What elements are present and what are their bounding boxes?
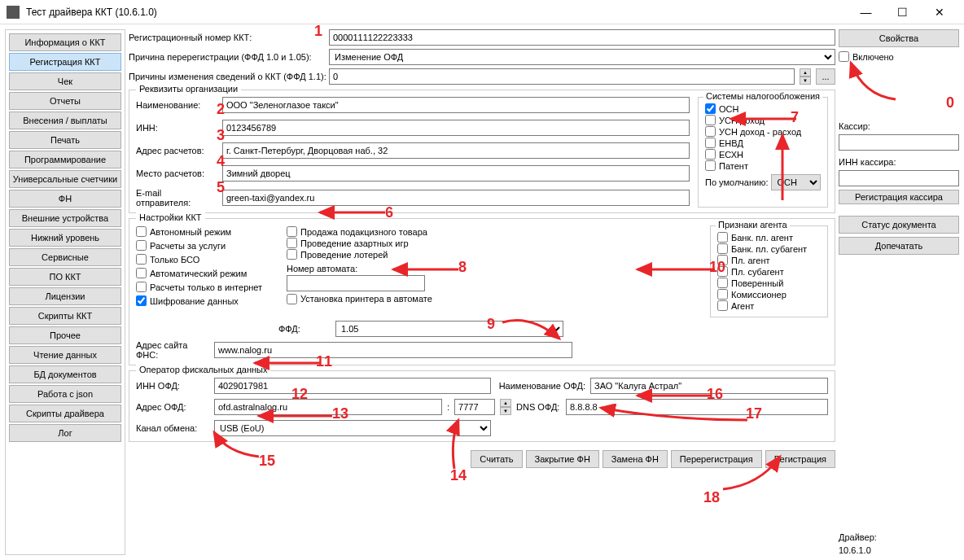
nav-item-2[interactable]: Чек: [9, 72, 121, 90]
ofd-addr-input[interactable]: [214, 399, 442, 415]
rereg-reason-select[interactable]: Изменение ОФД: [329, 49, 835, 65]
change-reasons-spinner[interactable]: ▲▼: [800, 68, 811, 85]
reg-cashier-button[interactable]: Регистрация кассира: [839, 190, 959, 204]
nav-item-14[interactable]: Скрипты ККТ: [9, 307, 121, 325]
nav-item-7[interactable]: Универсальные счетчики: [9, 170, 121, 188]
kkt1-cb-0[interactable]: [136, 226, 147, 237]
nav-item-0[interactable]: Информация о ККТ: [9, 33, 121, 51]
nav-item-19[interactable]: Скрипты драйвера: [9, 405, 121, 422]
enabled-checkbox[interactable]: [839, 51, 849, 62]
org-place-label: Место расчетов:: [136, 168, 217, 178]
kkt1-lbl-4: Расчеты только в интернет: [150, 282, 262, 292]
tax-cb-0[interactable]: [705, 103, 716, 114]
kkt1-cb-1[interactable]: [136, 240, 147, 251]
ofd-channel-select[interactable]: USB (EoU): [214, 420, 491, 436]
ofd-name-input[interactable]: [590, 378, 828, 394]
tax-cb-5[interactable]: [705, 160, 716, 171]
window-title: Тест драйвера ККТ (10.6.1.0): [26, 7, 848, 18]
enabled-label: Включено: [852, 52, 894, 62]
ffd-select[interactable]: 1.05: [335, 321, 563, 337]
agent-cb-4[interactable]: [717, 278, 728, 288]
agent-cb-3[interactable]: [717, 266, 728, 277]
ofd-port-spinner[interactable]: ▲▼: [500, 399, 511, 415]
props-button[interactable]: Свойства: [839, 29, 959, 47]
read-button[interactable]: Считать: [471, 450, 522, 468]
nav-item-1[interactable]: Регистрация ККТ: [9, 53, 121, 71]
org-name-label: Наименование:: [136, 100, 217, 110]
rereg-button[interactable]: Перерегистрация: [671, 450, 762, 468]
replace-fn-button[interactable]: Замена ФН: [602, 450, 668, 468]
ofd-port-input[interactable]: [454, 399, 495, 415]
nav-item-18[interactable]: Работа с json: [9, 385, 121, 403]
tax-cb-2[interactable]: [705, 126, 716, 137]
tax-box: Системы налогообложения ОСНУСН доходУСН …: [698, 97, 828, 208]
org-addr-label: Адрес расчетов:: [136, 146, 217, 155]
nav-item-15[interactable]: Прочее: [9, 326, 121, 344]
ofd-inn-label: ИНН ОФД:: [136, 381, 209, 391]
kkt1-cb-3[interactable]: [136, 268, 147, 278]
cashier-inn-input[interactable]: [839, 170, 959, 186]
nav-item-9[interactable]: Внешние устройства: [9, 209, 121, 227]
nav-item-5[interactable]: Печать: [9, 131, 121, 149]
agent-cb-5[interactable]: [717, 289, 728, 300]
tax-cb-4[interactable]: [705, 149, 716, 160]
kkt-fieldset: Настройки ККТ Автономный режимРасчеты за…: [129, 218, 835, 365]
kkt1-cb-5[interactable]: [136, 295, 147, 306]
tax-legend: Системы налогообложения: [703, 91, 822, 101]
automat-input[interactable]: [287, 275, 425, 291]
agent-cb-2[interactable]: [717, 255, 728, 265]
agent-lbl-6: Агент: [731, 301, 754, 311]
minimize-button[interactable]: —: [848, 0, 884, 24]
nav-item-12[interactable]: ПО ККТ: [9, 268, 121, 286]
reg-num-label: Регистрационный номер ККТ:: [129, 33, 324, 42]
org-email-input[interactable]: [222, 190, 690, 206]
ofd-dns-label: DNS ОФД:: [516, 402, 561, 412]
ofd-inn-input[interactable]: [214, 378, 491, 394]
tax-lbl-0: ОСН: [719, 104, 738, 114]
nav-item-10[interactable]: Нижний уровень: [9, 229, 121, 247]
nav-item-13[interactable]: Лицензии: [9, 287, 121, 305]
kkt1-cb-4[interactable]: [136, 282, 147, 292]
kkt2-cb-2[interactable]: [287, 249, 297, 260]
change-reasons-browse[interactable]: ...: [816, 68, 835, 85]
nav-item-17[interactable]: БД документов: [9, 365, 121, 383]
ofd-dns-input[interactable]: [566, 399, 828, 415]
org-place-input[interactable]: [222, 165, 690, 182]
nav-item-3[interactable]: Отчеты: [9, 92, 121, 110]
org-addr-input[interactable]: [222, 142, 690, 159]
kkt2-cb-1[interactable]: [287, 238, 297, 248]
right-panel: 0 Свойства Включено Кассир: ИНН кассира:…: [839, 29, 959, 555]
close-button[interactable]: ✕: [921, 0, 957, 24]
nav-item-4[interactable]: Внесения / выплаты: [9, 112, 121, 129]
printer-checkbox[interactable]: [287, 294, 297, 304]
doprint-button[interactable]: Допечатать: [839, 237, 959, 255]
nav-item-16[interactable]: Чтение данных: [9, 346, 121, 364]
agent-cb-1[interactable]: [717, 243, 728, 254]
nav-sidebar: Информация о ККТРегистрация ККТЧекОтчеты…: [5, 29, 125, 555]
agent-cb-0[interactable]: [717, 232, 728, 243]
ffd-label: ФФД:: [278, 324, 327, 334]
agent-cb-6[interactable]: [717, 300, 728, 311]
tax-default-select[interactable]: ОСН: [771, 174, 821, 190]
change-reasons-input[interactable]: [329, 68, 795, 85]
cashier-input[interactable]: [839, 134, 959, 151]
kkt1-lbl-0: Автономный режим: [150, 227, 231, 237]
tax-cb-3[interactable]: [705, 138, 716, 148]
kkt1-lbl-3: Автоматический режим: [150, 269, 247, 278]
fns-input[interactable]: [214, 342, 572, 358]
kkt2-cb-0[interactable]: [287, 226, 297, 237]
nav-item-6[interactable]: Программирование: [9, 151, 121, 168]
nav-item-20[interactable]: Лог: [9, 424, 121, 442]
maximize-button[interactable]: ☐: [884, 0, 921, 24]
close-fn-button[interactable]: Закрытие ФН: [526, 450, 599, 468]
reg-button[interactable]: Регистрация: [765, 450, 835, 468]
nav-item-8[interactable]: ФН: [9, 190, 121, 208]
reg-num-input[interactable]: [329, 29, 835, 46]
org-name-input[interactable]: [222, 97, 690, 113]
org-inn-input[interactable]: [222, 120, 690, 136]
nav-item-11[interactable]: Сервисные: [9, 248, 121, 266]
change-reasons-label: Причины изменения сведений о ККТ (ФФД 1.…: [129, 72, 324, 81]
kkt1-cb-2[interactable]: [136, 254, 147, 265]
tax-cb-1[interactable]: [705, 115, 716, 125]
doc-status-button[interactable]: Статус документа: [839, 216, 959, 234]
